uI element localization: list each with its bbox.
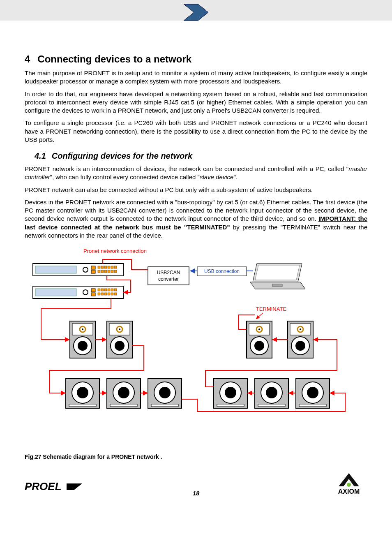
svg-text:AXIOM: AXIOM (338, 488, 360, 495)
svg-marker-0 (184, 4, 208, 21)
svg-marker-43 (67, 483, 82, 490)
terminate-label: TERMINATE (256, 306, 286, 312)
page-number: 18 (82, 490, 310, 497)
paragraph-2: In order to do that, our engineers have … (25, 90, 367, 115)
chevron-icon (180, 0, 212, 25)
axiom-logo: AXIOM (310, 472, 367, 497)
svg-rect-33 (272, 284, 282, 287)
rack-unit-2 (33, 286, 123, 298)
section-title: Connecting devices to a network (37, 53, 191, 65)
proel-logo: PROEL (25, 479, 82, 497)
paragraph-5: PRONET network can also be connected wit… (25, 186, 367, 194)
subsection-heading: 4.1Configuring devices for the network (35, 151, 367, 161)
subsection-title: Configuring devices for the network (52, 151, 192, 160)
pronet-label: Pronet network connection (83, 248, 147, 254)
subsection-number: 4.1 (35, 151, 46, 160)
paragraph-1: The main purpose of PRONET is to setup a… (25, 69, 367, 86)
page-header-bar (0, 0, 392, 21)
figure-caption: Fig.27 Schematic diagram for a PRONET ne… (25, 453, 367, 460)
svg-text:PROEL: PROEL (25, 480, 62, 493)
paragraph-4: PRONET network is an interconnection of … (25, 165, 367, 182)
svg-marker-31 (255, 265, 300, 280)
usb2can-label-2: converter (158, 276, 179, 282)
page-footer: PROEL 18 AXIOM (0, 468, 392, 505)
section-heading: 4Connecting devices to a network (25, 53, 367, 65)
usb2can-label-1: USB2CAN (157, 270, 180, 275)
laptop-icon (250, 264, 305, 289)
usb-connection-label: USB connection (204, 268, 240, 274)
paragraph-6: Devices in the PRONET network are connec… (25, 198, 367, 240)
svg-point-44 (347, 483, 351, 487)
section-number: 4 (25, 53, 30, 65)
paragraph-3: To configure a single processor (i.e. a … (25, 119, 367, 144)
rack-unit-1 (33, 264, 123, 276)
network-diagram: Pronet network connection USB2CAN conver… (25, 247, 367, 450)
svg-line-36 (256, 313, 263, 319)
